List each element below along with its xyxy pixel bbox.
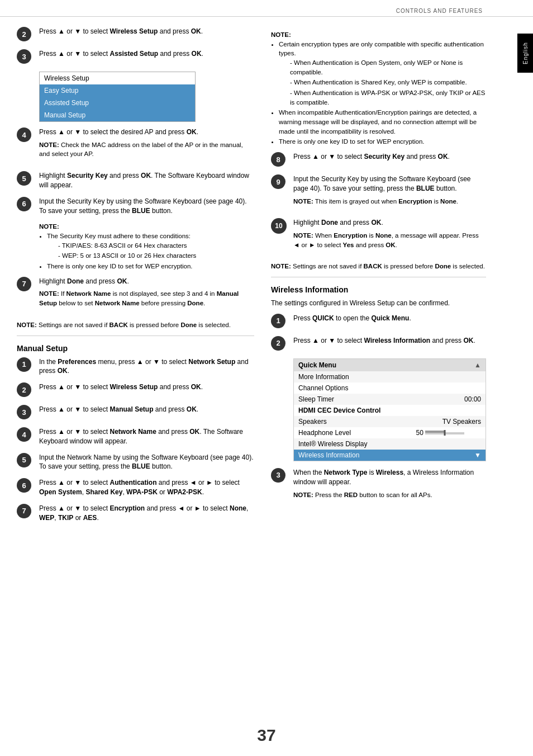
page: CONTROLS AND FEATURES English 2 Press ▲ … xyxy=(0,0,533,756)
step-3-icon: 3 xyxy=(17,49,35,65)
wi-step-2: 2 Press ▲ or ▼ to select Wireless Inform… xyxy=(271,336,486,352)
step-9-note: NOTE: This item is grayed out when Encry… xyxy=(293,197,486,206)
step-6: 6 Input the Security Key by using the So… xyxy=(17,197,254,216)
step-2-icon: 2 xyxy=(17,27,35,42)
manual-step-2-icon: 2 xyxy=(17,382,35,398)
qm-row-hdmi-cec: HDMI CEC Device Control xyxy=(294,405,486,416)
manual-step-7-icon: 7 xyxy=(17,504,35,519)
encryption-note: NOTE: Certain encryption types are only … xyxy=(271,30,486,147)
page-header: CONTROLS AND FEATURES xyxy=(0,6,533,17)
step-8: 8 Press ▲ or ▼ to select Security Key an… xyxy=(271,152,486,168)
manual-step-6: 6 Press ▲ or ▼ to select Authentication … xyxy=(17,478,254,497)
qm-row-speakers: Speakers TV Speakers xyxy=(294,416,486,427)
manual-step-1: 1 In the Preferences menu, press ▲ or ▼ … xyxy=(17,357,254,376)
qm-row-intel-wireless: Intel® Wireless Display xyxy=(294,438,486,450)
wi-step-1: 1 Press QUICK to open the Quick Menu. xyxy=(271,314,486,329)
qm-header-row: Quick Menu ▲ xyxy=(294,359,486,371)
note-settings-right: NOTE: Settings are not saved if BACK is … xyxy=(271,262,486,271)
manual-step-3: 3 Press ▲ or ▼ to select Manual Setup an… xyxy=(17,405,254,420)
note-settings-left: NOTE: Settings are not saved if BACK is … xyxy=(17,320,254,330)
wireless-info-intro: The settings configured in Wireless Setu… xyxy=(271,299,486,308)
wi-step-2-icon: 2 xyxy=(271,336,289,352)
language-tab: English xyxy=(517,34,533,73)
step-2: 2 Press ▲ or ▼ to select Wireless Setup … xyxy=(17,27,254,42)
step-3: 3 Press ▲ or ▼ to select Assisted Setup … xyxy=(17,49,254,65)
manual-step-6-icon: 6 xyxy=(17,478,35,494)
manual-step-1-icon: 1 xyxy=(17,357,35,373)
manual-step-5-icon: 5 xyxy=(17,453,35,469)
wi-step-3-note: NOTE: Press the RED button to scan for a… xyxy=(293,490,486,500)
step-4-icon: 4 xyxy=(17,127,35,143)
quick-menu-table: Quick Menu ▲ More Information Channel Op… xyxy=(294,359,486,461)
step-10: 10 Highlight Done and press OK. NOTE: Wh… xyxy=(271,218,486,255)
wi-step-3-icon: 3 xyxy=(271,468,289,484)
step-6-icon: 6 xyxy=(17,197,35,212)
step-8-icon: 8 xyxy=(271,152,289,168)
manual-step-5: 5 Input the Network Name by using the So… xyxy=(17,453,254,472)
step-5: 5 Highlight Security Key and press OK. T… xyxy=(17,171,254,190)
manual-step-2: 2 Press ▲ or ▼ to select Wireless Setup … xyxy=(17,382,254,398)
menu-item-manual-setup: Manual Setup xyxy=(40,109,195,121)
manual-step-4-icon: 4 xyxy=(17,427,35,443)
wi-step-3: 3 When the Network Type is Wireless, a W… xyxy=(271,468,486,505)
wi-step-1-icon: 1 xyxy=(271,314,289,329)
wireless-setup-menu: Wireless Setup Easy Setup Assisted Setup… xyxy=(39,72,196,122)
step-7: 7 Highlight Done and press OK. NOTE: If … xyxy=(17,277,254,314)
wireless-info-title: Wireless Information xyxy=(271,285,486,294)
qm-row-sleep-timer: Sleep Timer 00:00 xyxy=(294,394,486,405)
step-4-note: NOTE: Check the MAC address on the label… xyxy=(39,140,254,159)
qm-row-channel-options: Channel Options xyxy=(294,382,486,394)
menu-item-easy-setup: Easy Setup xyxy=(40,84,195,97)
step-7-note: NOTE: If Network Name is not displayed, … xyxy=(39,289,254,308)
step-5-icon: 5 xyxy=(17,171,35,187)
security-key-note: NOTE: The Security Key must adhere to th… xyxy=(39,222,254,271)
menu-item-wireless-setup: Wireless Setup xyxy=(40,72,195,84)
step-4: 4 Press ▲ or ▼ to select the desired AP … xyxy=(17,127,254,164)
right-column: NOTE: Certain encryption types are only … xyxy=(263,21,514,535)
qm-row-wireless-info: Wireless Information ▼ xyxy=(294,450,486,461)
header-title: CONTROLS AND FEATURES xyxy=(396,8,483,14)
step-10-icon: 10 xyxy=(271,218,289,234)
manual-step-4: 4 Press ▲ or ▼ to select Network Name an… xyxy=(17,427,254,446)
page-number: 37 xyxy=(257,726,275,745)
step-10-note: NOTE: When Encryption is None, a message… xyxy=(293,231,486,249)
step-7-icon: 7 xyxy=(17,277,35,292)
menu-item-assisted-setup: Assisted Setup xyxy=(40,97,195,109)
manual-step-7: 7 Press ▲ or ▼ to select Encryption and … xyxy=(17,504,254,523)
manual-step-3-icon: 3 xyxy=(17,405,35,420)
qm-row-headphone: Headphone Level 50 xyxy=(294,427,486,438)
quick-menu-display: Quick Menu ▲ More Information Channel Op… xyxy=(293,358,486,461)
step-9-icon: 9 xyxy=(271,174,289,190)
qm-row-more-info: More Information xyxy=(294,371,486,382)
main-content: 2 Press ▲ or ▼ to select Wireless Setup … xyxy=(0,21,533,535)
left-column: 2 Press ▲ or ▼ to select Wireless Setup … xyxy=(0,21,263,535)
manual-setup-title: Manual Setup xyxy=(17,344,254,353)
step-9: 9 Input the Security Key by using the So… xyxy=(271,174,486,211)
